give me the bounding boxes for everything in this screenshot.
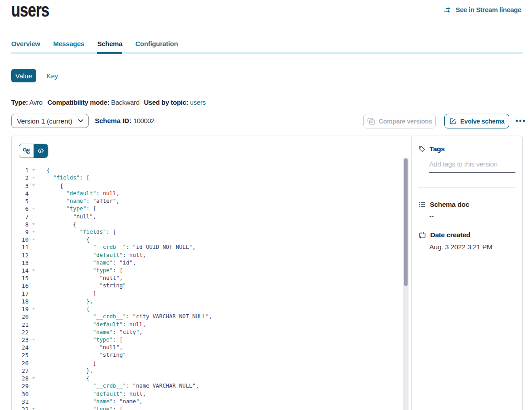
schema-id-label: Schema ID: — [95, 117, 132, 124]
tags-section-header: Tags — [419, 145, 445, 153]
code-scrollbar-track[interactable] — [403, 158, 409, 410]
key-value-toggle: Value Key — [11, 69, 58, 82]
line-number: 26 — [12, 359, 29, 367]
version-sidebar: Tags Schema doc -- Date created Aug. 3 2… — [412, 136, 523, 410]
fold-toggle-icon[interactable] — [32, 308, 35, 310]
code-text: "name": "name", — [47, 398, 143, 406]
tab-schema[interactable]: Schema — [97, 40, 122, 47]
line-number: 1 — [12, 167, 29, 174]
sidebar-separator — [418, 187, 516, 188]
value-toggle-button[interactable]: Value — [11, 69, 36, 82]
used-by-topic-link[interactable]: users — [190, 98, 206, 106]
key-toggle-button[interactable]: Key — [47, 69, 58, 82]
code-scrollbar-thumb[interactable] — [404, 158, 408, 286]
schema-id: Schema ID: 100002 — [95, 117, 154, 124]
code-line: 22 "name": "city", — [12, 329, 403, 336]
code-text: { — [47, 305, 89, 313]
schema-code-viewer[interactable]: 1{2 "fields": [3 {4 "default": null,5 "n… — [12, 158, 403, 410]
fold-toggle-icon[interactable] — [32, 408, 35, 410]
code-line: 12 "default": null, — [12, 252, 403, 259]
code-text: "default": null, — [47, 190, 119, 197]
tags-title: Tags — [430, 145, 445, 153]
compare-versions-button[interactable]: Compare versions — [363, 114, 436, 128]
fold-toggle-icon[interactable] — [32, 239, 35, 240]
fold-toggle-icon[interactable] — [32, 177, 35, 179]
code-text: "default": null, — [47, 321, 146, 329]
fold-toggle-icon[interactable] — [32, 231, 35, 233]
code-line: 25 "string" — [12, 351, 403, 359]
schema-meta-row: Type: Avro Compatibility mode: Backward … — [11, 98, 235, 106]
more-actions-button[interactable] — [514, 118, 528, 124]
code-line: 13 "name": "id", — [12, 259, 403, 267]
ellipsis-icon — [515, 120, 527, 122]
line-number: 29 — [12, 382, 29, 390]
code-text: "type": [ — [47, 205, 96, 213]
code-view-button[interactable] — [34, 144, 48, 158]
line-number: 28 — [12, 375, 29, 382]
code-text: "null", — [47, 213, 96, 221]
fold-toggle-icon[interactable] — [32, 208, 35, 209]
tree-view-button[interactable] — [19, 144, 34, 158]
fold-toggle-icon[interactable] — [32, 339, 35, 341]
tab-messages[interactable]: Messages — [53, 40, 85, 47]
code-line: 29 "__crdb__": "name VARCHAR NULL", — [12, 382, 403, 390]
code-line: 10 { — [12, 236, 403, 243]
code-text: "default": null, — [47, 252, 146, 259]
line-number: 16 — [12, 282, 29, 290]
line-number: 27 — [12, 367, 29, 375]
fold-toggle-icon[interactable] — [32, 377, 35, 379]
line-number: 19 — [12, 305, 29, 313]
schema-doc-header: Schema doc — [419, 201, 469, 209]
line-number: 4 — [12, 190, 29, 197]
code-text: "null", — [47, 274, 123, 282]
compare-versions-label: Compare versions — [379, 118, 432, 125]
code-text: "__crdb__": "id UUID NOT NULL", — [47, 243, 196, 251]
fold-toggle-icon[interactable] — [32, 184, 35, 186]
code-text: { — [47, 375, 89, 382]
tab-overview[interactable]: Overview — [11, 40, 40, 47]
tab-configuration[interactable]: Configuration — [135, 40, 178, 47]
line-number: 32 — [12, 406, 29, 410]
code-text: { — [47, 182, 63, 190]
code-text: "string" — [47, 351, 126, 359]
stream-lineage-icon — [444, 6, 452, 13]
code-text: "fields": [ — [47, 174, 89, 182]
version-select-value: Version 1 (current) — [17, 117, 78, 125]
line-number: 11 — [12, 243, 29, 251]
code-text: "__crdb__": "name VARCHAR NULL", — [47, 382, 199, 390]
fold-toggle-icon[interactable] — [32, 169, 35, 171]
fold-toggle-icon[interactable] — [32, 269, 35, 271]
code-text: "type": [ — [47, 267, 123, 274]
code-line: 21 "default": null, — [12, 321, 403, 329]
code-view-icon — [37, 147, 44, 154]
code-text: ] — [47, 290, 96, 298]
type-value: Avro — [29, 98, 42, 106]
line-number: 15 — [12, 274, 29, 282]
code-line: 24 "null", — [12, 344, 403, 351]
version-select[interactable]: Version 1 (current) — [11, 114, 89, 128]
tags-input[interactable] — [429, 158, 515, 173]
fold-toggle-icon[interactable] — [32, 223, 35, 225]
code-line: 4 "default": null, — [12, 190, 403, 197]
code-line: 5 "name": "after", — [12, 197, 403, 205]
code-line: 7 "null", — [12, 213, 403, 221]
stream-lineage-link[interactable]: See in Stream lineage — [444, 6, 521, 13]
evolve-schema-button[interactable]: Evolve schema — [444, 114, 509, 128]
line-number: 3 — [12, 182, 29, 190]
line-number: 8 — [12, 221, 29, 228]
code-text: }, — [47, 298, 93, 305]
line-number: 18 — [12, 298, 29, 305]
code-text: "null", — [47, 344, 123, 351]
schema-card: 1{2 "fields": [3 {4 "default": null,5 "n… — [11, 136, 523, 410]
line-number: 13 — [12, 259, 29, 267]
code-text: "name": "after", — [47, 197, 119, 205]
stream-lineage-label: See in Stream lineage — [455, 6, 521, 13]
code-text: "type": [ — [47, 406, 123, 410]
code-line: 11 "__crdb__": "id UUID NOT NULL", — [12, 243, 403, 251]
code-line: 20 "__crdb__": "city VARCHAR NOT NULL", — [12, 313, 403, 320]
page-title: users — [11, 0, 49, 21]
line-number: 20 — [12, 313, 29, 320]
code-line: 18 }, — [12, 298, 403, 305]
calendar-add-icon — [419, 231, 426, 239]
code-line: 3 { — [12, 182, 403, 190]
